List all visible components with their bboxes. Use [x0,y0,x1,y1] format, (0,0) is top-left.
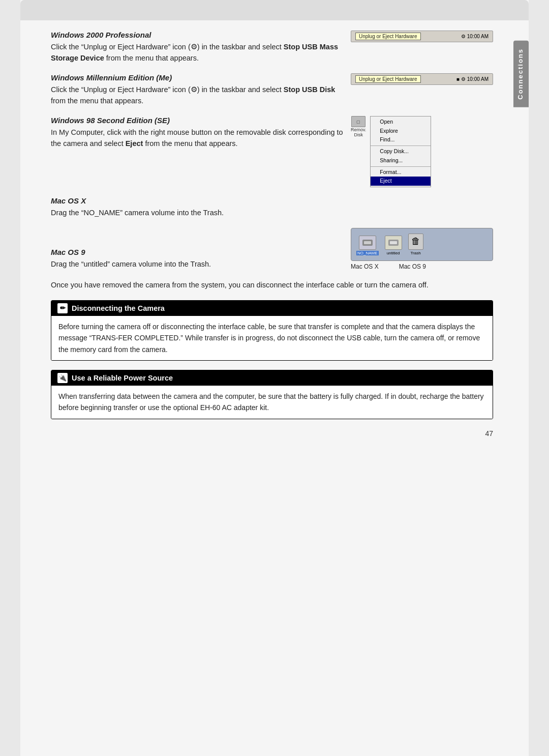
mac-untitled-icon: untitled [385,236,402,255]
winme-clock: ■ ⚙ 10:00 AM [456,76,489,82]
menu-sharing: Sharing... [371,156,431,165]
winme-title: Windows Millennium Edition (Me) [51,73,346,82]
notice-disconnecting-body: Before turning the camera off or disconn… [51,316,493,360]
hw-icon: ⚙ [461,34,466,39]
power-icon: 🔌 [57,373,68,383]
mac-desktop: NO_NAME untitled 🗑 Trash [351,228,493,261]
notice-power-body: When transferring data between the camer… [51,386,493,419]
noname-label: NO_NAME [356,251,379,255]
win98-context-menu: Open Explore Find... Copy Disk... Sharin… [370,116,431,187]
noname-drive-icon [359,236,376,250]
win2000-body: Click the “Unplug or Eject Hardware” ico… [51,41,346,64]
macosx-title: Mac OS X [51,196,346,205]
win2000-bold: Stop USB Mass Storage Device [51,43,338,62]
winme-section: Windows Millennium Edition (Me) Click th… [51,73,493,107]
win98-title: Windows 98 Second Edition (SE) [51,116,346,125]
win2000-section: Windows 2000 Professional Click the “Unp… [51,31,493,64]
page-container: Connections Windows 2000 Professional Cl… [20,0,529,756]
macosx-section: Mac OS X Drag the “NO_NAME” camera volum… [51,196,493,218]
menu-divider-2 [371,166,431,167]
trash-icon: 🗑 [408,234,423,250]
win98-screenshot: ▢ Remov.Disk Open Explore Find... Copy D… [351,116,493,187]
winme-screenshot: Unplug or Eject Hardware ■ ⚙ 10:00 AM [351,73,493,85]
menu-format: Format... [371,168,431,177]
page-number: 47 [51,429,493,438]
macosx-label: Mac OS X [351,263,379,270]
untitled-drive-icon [385,236,402,250]
menu-find: Find... [371,135,431,144]
notice-disconnecting-title: Disconnecting the Camera [72,304,165,312]
winme-taskbar: Unplug or Eject Hardware ■ ⚙ 10:00 AM [351,73,493,85]
removable-disk-icon: ▢ [351,116,365,127]
macos9-text: Mac OS 9 Drag the “untitled” camera volu… [51,248,346,270]
notice-disconnecting: ✏ Disconnecting the Camera Before turnin… [51,300,493,361]
side-tab: Connections [513,41,529,107]
win98-disk-icon-area: ▢ Remov.Disk [351,116,366,137]
notice-power: 🔌 Use a Reliable Power Source When trans… [51,370,493,419]
win2000-popup-label: Unplug or Eject Hardware [355,33,421,40]
macos9-body: Drag the “untitled” camera volume into t… [51,258,346,270]
mac-trash-icon: 🗑 Trash [408,234,423,255]
top-area [20,0,529,20]
win2000-clock: ⚙ 10:00 AM [461,34,489,39]
win98-text: Windows 98 Second Edition (SE) In My Com… [51,116,346,150]
win98-body: In My Computer, click with the right mou… [51,127,346,150]
hw-icon2: ⚙ [461,76,466,82]
win2000-screenshot: Unplug or Eject Hardware ⚙ 10:00 AM [351,31,493,42]
svg-rect-1 [364,241,371,244]
winme-bold: Stop USB Disk [284,85,336,94]
notice-power-title: Use a Reliable Power Source [72,374,173,382]
mac-os-labels: Mac OS X Mac OS 9 [351,263,493,270]
winme-popup-label: Unplug or Eject Hardware [355,75,421,83]
win98-bold: Eject [126,139,143,148]
untitled-label: untitled [387,251,400,255]
win2000-title: Windows 2000 Professional [51,31,346,39]
svg-rect-3 [390,241,397,244]
win2000-text: Windows 2000 Professional Click the “Unp… [51,31,346,64]
menu-open: Open [371,118,431,127]
disk-icon: ■ [456,76,460,82]
menu-eject[interactable]: Eject [371,177,431,186]
notice-disconnecting-header: ✏ Disconnecting the Camera [51,301,493,316]
winme-text: Windows Millennium Edition (Me) Click th… [51,73,346,107]
macosx-text: Mac OS X Drag the “NO_NAME” camera volum… [51,196,346,218]
macos9-label: Mac OS 9 [399,263,426,270]
disk-label: Remov.Disk [351,127,366,137]
mac-noname-icon: NO_NAME [356,236,379,255]
menu-explore: Explore [371,127,431,136]
macos9-screenshot: NO_NAME untitled 🗑 Trash Mac OS X [351,228,493,270]
macosx-body: Drag the “NO_NAME” camera volume into th… [51,207,346,218]
macos9-section: Mac OS 9 Drag the “untitled” camera volu… [51,228,493,270]
menu-copydisk: Copy Disk... [371,147,431,156]
win98-section: Windows 98 Second Edition (SE) In My Com… [51,116,493,187]
notice-power-header: 🔌 Use a Reliable Power Source [51,370,493,386]
winme-body: Click the “Unplug or Eject Hardware” ico… [51,84,346,107]
trash-label: Trash [410,251,420,255]
macos9-title: Mac OS 9 [51,248,346,256]
menu-divider-1 [371,146,431,146]
pencil-icon: ✏ [57,303,68,313]
win2000-taskbar: Unplug or Eject Hardware ⚙ 10:00 AM [351,31,493,42]
once-removed-text: Once you have removed the camera from th… [51,279,493,291]
